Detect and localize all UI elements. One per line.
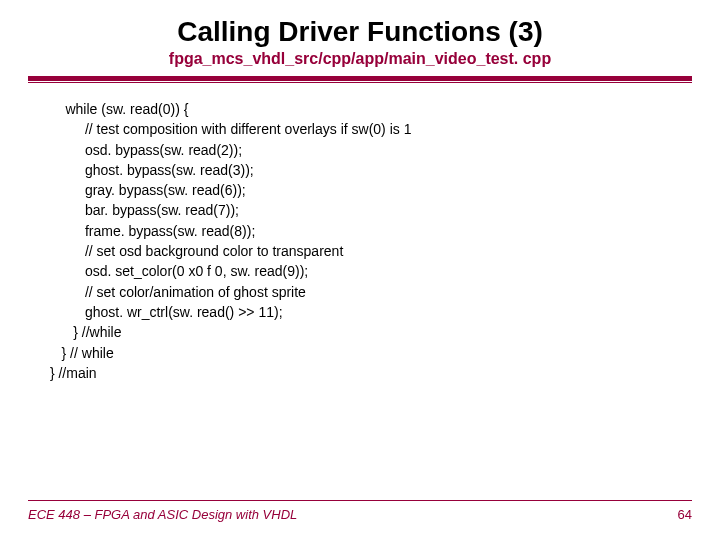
header-rule-thin (28, 82, 692, 83)
slide: Calling Driver Functions (3) fpga_mcs_vh… (0, 0, 720, 540)
footer-row: ECE 448 – FPGA and ASIC Design with VHDL… (28, 507, 692, 522)
code-block: while (sw. read(0)) { // test compositio… (28, 99, 692, 383)
footer: ECE 448 – FPGA and ASIC Design with VHDL… (0, 500, 720, 522)
header-rule-thick (28, 76, 692, 81)
footer-page-number: 64 (678, 507, 692, 522)
header-rule (28, 76, 692, 83)
page-title: Calling Driver Functions (3) (28, 16, 692, 48)
footer-rule (28, 500, 692, 501)
footer-course: ECE 448 – FPGA and ASIC Design with VHDL (28, 507, 297, 522)
page-subtitle: fpga_mcs_vhdl_src/cpp/app/main_video_tes… (28, 50, 692, 68)
